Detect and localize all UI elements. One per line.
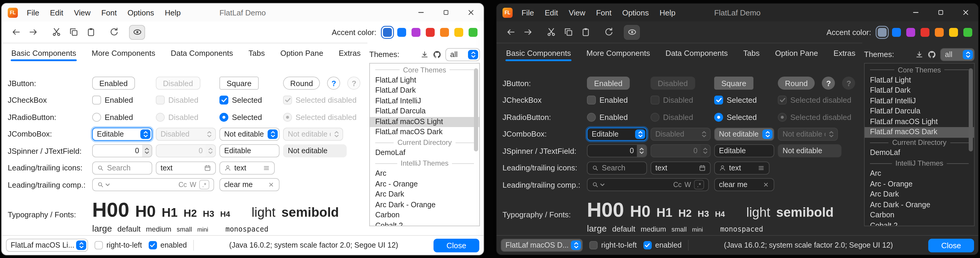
combobox-editable[interactable]: Editable [587, 128, 647, 141]
theme-list-item[interactable]: FlatLaf Dark [370, 85, 479, 96]
theme-list-item[interactable]: Arc - Orange [865, 179, 974, 190]
regex-toggle[interactable]: .* [694, 180, 704, 190]
caret-down-icon[interactable] [600, 183, 605, 187]
theme-list-item[interactable]: FlatLaf macOS Light [370, 117, 479, 127]
radio-enabled[interactable]: Enabled [587, 113, 628, 122]
github-icon[interactable] [928, 50, 936, 59]
combobox-arrows-icon[interactable] [571, 241, 581, 250]
combobox-arrows-icon[interactable] [76, 241, 86, 250]
theme-list-item[interactable]: FlatLaf macOS Dark [370, 127, 479, 138]
menu-font[interactable]: Font [96, 8, 122, 17]
accent-swatch-blue[interactable] [892, 28, 901, 36]
theme-list-item[interactable]: FlatLaf Darcula [370, 106, 479, 117]
close-window-button[interactable] [953, 3, 978, 21]
accent-swatch-blue[interactable] [397, 28, 406, 36]
close-window-button[interactable] [458, 3, 484, 21]
menu-view[interactable]: View [563, 8, 591, 17]
checkbox-icon[interactable] [587, 96, 596, 105]
scrollbar-thumb[interactable] [969, 68, 973, 151]
theme-list-item[interactable]: Cobalt 2 [370, 221, 479, 226]
tab-data-components[interactable]: Data Components [659, 43, 734, 63]
theme-list-item[interactable]: Arc Dark - Orange [865, 200, 974, 210]
theme-list-item[interactable]: FlatLaf macOS Light [865, 117, 974, 127]
theme-list-item[interactable]: Arc [865, 169, 974, 179]
show-eye-toggle-button[interactable] [624, 25, 640, 40]
filter-search-field[interactable]: Cc W .* [92, 179, 214, 192]
date-field[interactable]: text [651, 161, 711, 174]
paste-button[interactable] [578, 25, 593, 40]
accent-swatch-green[interactable] [469, 28, 477, 36]
user-field[interactable]: text [220, 161, 275, 174]
date-field[interactable]: text [156, 161, 216, 174]
back-button[interactable] [503, 25, 519, 40]
right-to-left-checkbox[interactable]: right-to-left [589, 241, 637, 249]
radio-selected[interactable]: Selected [714, 113, 757, 122]
close-button[interactable]: Close [434, 238, 480, 252]
calendar-icon[interactable] [699, 165, 706, 172]
accent-swatch-yellow[interactable] [949, 28, 958, 36]
accent-swatch-default[interactable] [878, 28, 887, 36]
theme-list-item[interactable]: Arc [370, 169, 479, 179]
combobox-arrows-icon[interactable] [468, 49, 478, 59]
filter-search-field[interactable]: Cc W .* [587, 179, 709, 192]
user-field[interactable]: text [714, 161, 770, 174]
theme-list-item[interactable]: FlatLaf Light [865, 75, 974, 85]
accent-swatch-red[interactable] [921, 28, 929, 36]
search-icon[interactable] [97, 181, 104, 188]
tab-option-pane[interactable]: Option Pane [769, 43, 824, 63]
download-theme-icon[interactable] [420, 50, 429, 59]
spinner[interactable]: 0 [587, 145, 647, 158]
github-icon[interactable] [433, 50, 441, 59]
theme-list-item[interactable]: DemoLaf [370, 148, 479, 158]
radio-enabled[interactable]: Enabled [92, 113, 133, 122]
combobox-not-editable[interactable]: Not editable [220, 128, 280, 141]
refresh-button[interactable] [106, 25, 122, 40]
menu-edit[interactable]: Edit [539, 8, 563, 17]
radio-icon[interactable] [587, 113, 596, 122]
theme-list-item[interactable]: FlatLaf IntelliJ [865, 96, 974, 106]
combobox-arrows-icon[interactable] [267, 130, 278, 139]
forward-button[interactable] [520, 25, 536, 40]
checkbox-icon[interactable] [92, 96, 101, 105]
checkbox-checked-icon[interactable] [220, 96, 228, 105]
theme-list-item[interactable]: FlatLaf Dark [865, 85, 974, 96]
theme-list-item[interactable]: FlatLaf Darcula [865, 106, 974, 117]
accent-swatch-red[interactable] [426, 28, 435, 36]
menu-help[interactable]: Help [654, 8, 681, 17]
radio-selected-icon[interactable] [714, 113, 723, 122]
menu-options[interactable]: Options [617, 8, 654, 17]
combobox-not-editable[interactable]: Not editable [714, 128, 774, 141]
menu-icon[interactable] [263, 165, 270, 172]
theme-list-item[interactable]: DemoLaf [865, 148, 974, 158]
theme-list-item[interactable]: FlatLaf IntelliJ [370, 96, 479, 106]
clear-me-field[interactable]: clear me [220, 179, 280, 192]
help-button[interactable]: ? [327, 77, 340, 90]
clear-me-field[interactable]: clear me [714, 179, 774, 192]
checkbox-checked-icon[interactable] [149, 241, 157, 249]
enabled-button[interactable]: Enabled [587, 77, 630, 90]
checkbox-icon[interactable] [589, 241, 598, 249]
square-button[interactable]: Square [220, 77, 259, 90]
search-icon[interactable] [592, 181, 599, 188]
theme-list-item[interactable]: Arc Dark [370, 190, 479, 200]
editable-textfield[interactable]: Editable [220, 145, 280, 158]
laf-selector-combobox[interactable]: FlatLaf macOS Li... [6, 239, 88, 252]
copy-button[interactable] [560, 25, 576, 40]
refresh-button[interactable] [601, 25, 617, 40]
themes-scrollbar[interactable] [969, 65, 973, 224]
menu-file[interactable]: File [21, 8, 45, 17]
combobox-arrows-icon[interactable] [635, 130, 645, 139]
menu-font[interactable]: Font [591, 8, 617, 17]
match-case-toggle[interactable]: Cc [673, 181, 681, 188]
radio-selected-icon[interactable] [220, 113, 228, 122]
menu-options[interactable]: Options [122, 8, 160, 17]
close-button[interactable]: Close [928, 238, 974, 252]
menu-file[interactable]: File [516, 8, 539, 17]
clear-icon[interactable] [762, 181, 770, 188]
checkbox-enabled[interactable]: Enabled [92, 96, 133, 105]
theme-list-item[interactable]: Arc Dark - Orange [370, 200, 479, 210]
forward-button[interactable] [25, 25, 41, 40]
tab-tabs[interactable]: Tabs [737, 43, 765, 63]
combobox-arrows-icon[interactable] [963, 49, 973, 59]
whole-word-toggle[interactable]: W [684, 181, 691, 188]
